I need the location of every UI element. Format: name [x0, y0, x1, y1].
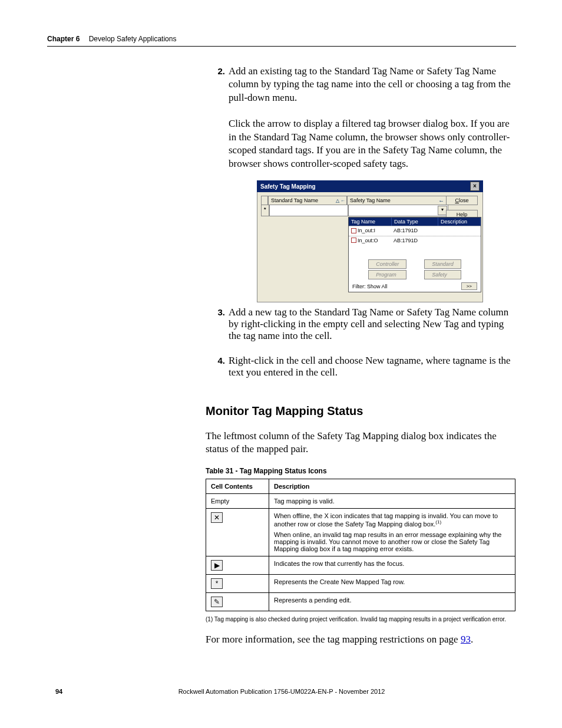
browser-header: Tag Name Data Type Description — [349, 218, 481, 226]
table-row: ✕ When offline, the X icon indicates tha… — [206, 508, 515, 556]
col-label: Standard Tag Name — [271, 197, 318, 203]
table-header-row: Cell Contents Description — [206, 479, 515, 493]
tag-desc — [437, 226, 481, 236]
desc-text: When offline, the X icon indicates that … — [274, 512, 498, 528]
th-cell-contents: Cell Contents — [206, 479, 269, 493]
section-heading: Monitor Tag Mapping Status — [206, 404, 515, 418]
lower-column: 3. Add a new tag to the Standard Tag Nam… — [206, 307, 515, 657]
step-number: 3. — [212, 307, 225, 342]
browser-filter-row: Filter: Show All >> — [349, 281, 481, 292]
chapter-label: Chapter 6 — [47, 35, 80, 43]
closing-period: . — [471, 634, 473, 645]
running-header: Chapter 6 Develop Safety Applications — [47, 35, 176, 43]
tag-type: AB:1791D — [391, 226, 437, 236]
tag-icon — [351, 238, 356, 243]
page-footer: 94 Rockwell Automation Publication 1756-… — [47, 688, 516, 695]
browser-row[interactable]: In_out:I AB:1791D — [349, 226, 481, 236]
table-row: ▶ Indicates the row that currently has t… — [206, 556, 515, 574]
th-description: Description — [269, 479, 515, 493]
table-row: * Represents the Create New Mapped Tag r… — [206, 574, 515, 592]
safety-button[interactable]: Safety — [424, 270, 461, 279]
tag-type: AB:1791D — [391, 236, 437, 246]
note-after-step-2: Click the arrow to display a filtered ta… — [229, 117, 515, 170]
step-2: 2. Add an existing tag to the Standard T… — [229, 65, 515, 104]
grid-new-row[interactable]: * ▾ — [261, 205, 447, 216]
dialog-body: Standard Tag Name △ ← Safety Tag Name ← … — [257, 192, 483, 302]
footnote-ref: (1) — [435, 519, 441, 525]
table-row: ✎ Represents a pending edit. — [206, 592, 515, 611]
step-4: 4. Right-click in the cell and choose Ne… — [229, 355, 515, 378]
tag-name: In_out:I — [358, 228, 375, 233]
step-number: 2. — [212, 65, 225, 105]
header-rule — [47, 46, 516, 47]
dialog-title: Safety Tag Mapping — [260, 183, 316, 190]
cell-empty: Empty — [206, 493, 269, 508]
browser-filter-buttons: Controller Program Standard Safety — [349, 245, 481, 281]
cell-desc: Represents the Create New Mapped Tag row… — [269, 574, 515, 592]
play-icon: ▶ — [211, 560, 223, 571]
cell-desc: Indicates the row that currently has the… — [269, 556, 515, 574]
step-text: Add a new tag to the Standard Tag Name o… — [229, 307, 515, 342]
close-button[interactable]: Close — [446, 196, 478, 205]
controller-button[interactable]: Controller — [368, 259, 406, 269]
arrow-left-icon: ← — [438, 197, 444, 204]
cell-desc: When offline, the X icon indicates that … — [269, 508, 515, 556]
publication-id: Rockwell Automation Publication 1756-UM0… — [47, 688, 516, 695]
col-safety-tag[interactable]: Safety Tag Name ← — [347, 196, 447, 205]
body-column: 2. Add an existing tag to the Standard T… — [229, 65, 515, 179]
step-text: Right-click in the cell and choose New t… — [229, 355, 515, 378]
table-caption: Table 31 - Tag Mapping Status Icons — [206, 467, 515, 475]
safety-tag-mapping-dialog: Safety Tag Mapping × Standard Tag Name △… — [257, 180, 483, 301]
page-link-93[interactable]: 93 — [461, 634, 471, 645]
cell-new-icon: * — [206, 574, 269, 592]
step-number: 4. — [212, 355, 225, 379]
safe-cell[interactable]: ▾ — [348, 205, 448, 216]
new-row-marker: * — [261, 205, 269, 216]
cell-edit-icon: ✎ — [206, 592, 269, 611]
filter-label: Filter: Show All — [352, 284, 388, 289]
step-text: Add an existing tag to the Standard Tag … — [229, 65, 515, 104]
browser-col-desc: Description — [438, 218, 481, 226]
grid-corner — [261, 196, 268, 205]
asterisk-icon: * — [211, 578, 223, 589]
pencil-icon: ✎ — [211, 597, 223, 607]
tag-name: In_out:O — [358, 238, 378, 243]
table-footnote: (1) Tag mapping is also checked during p… — [206, 616, 515, 622]
grid-header-row: Standard Tag Name △ ← Safety Tag Name ← — [261, 196, 447, 205]
page-number: 94 — [55, 688, 62, 695]
desc-text: When online, an invalid tag map results … — [274, 531, 501, 552]
browser-col-name: Tag Name — [349, 218, 392, 226]
table-row: Empty Tag mapping is valid. — [206, 493, 515, 508]
col-label: Safety Tag Name — [350, 197, 391, 203]
closing-para: For more information, see the tag mappin… — [206, 633, 515, 646]
mapping-grid: Standard Tag Name △ ← Safety Tag Name ← … — [261, 196, 447, 216]
tag-desc — [437, 236, 481, 246]
tag-icon — [351, 228, 356, 233]
step-3: 3. Add a new tag to the Standard Tag Nam… — [229, 307, 515, 342]
col-standard-tag[interactable]: Standard Tag Name △ ← — [268, 196, 347, 205]
browser-row[interactable]: In_out:O AB:1791D — [349, 236, 481, 246]
cell-x-icon: ✕ — [206, 508, 269, 556]
x-icon: ✕ — [211, 512, 223, 523]
program-button[interactable]: Program — [368, 270, 406, 279]
standard-button[interactable]: Standard — [424, 259, 461, 269]
std-cell[interactable] — [269, 205, 348, 216]
status-icons-table: Cell Contents Description Empty Tag mapp… — [206, 479, 515, 611]
cell-desc: Tag mapping is valid. — [269, 493, 515, 508]
close-icon[interactable]: × — [470, 182, 480, 191]
cell-desc: Represents a pending edit. — [269, 592, 515, 611]
dialog-titlebar: Safety Tag Mapping × — [257, 180, 483, 192]
tag-browser-dropdown[interactable]: Tag Name Data Type Description In_out:I … — [348, 217, 481, 292]
browser-col-type: Data Type — [392, 218, 438, 226]
section-para: The leftmost column of the Safety Tag Ma… — [206, 430, 515, 456]
cell-focus-icon: ▶ — [206, 556, 269, 574]
chapter-title: Develop Safety Applications — [89, 35, 177, 43]
more-button[interactable]: >> — [461, 282, 477, 290]
sort-icon: △ ← — [336, 198, 345, 203]
closing-text: For more information, see the tag mappin… — [206, 634, 461, 645]
